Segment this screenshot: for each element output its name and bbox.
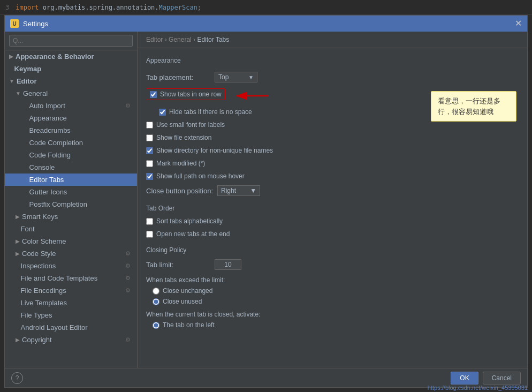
- expand-arrow: [9, 66, 12, 72]
- show-tabs-one-row-row: Show tabs in one row: [146, 88, 225, 100]
- dialog-body: ▶ Appearance & Behavior Keymap ▼ Editor …: [5, 32, 527, 368]
- ok-button[interactable]: OK: [451, 372, 478, 385]
- close-unchanged-row: Close unchanged: [146, 287, 519, 295]
- show-file-ext-checkbox[interactable]: [146, 134, 153, 141]
- search-input[interactable]: [9, 35, 133, 47]
- sidebar-item-appearance[interactable]: Appearance: [5, 112, 137, 124]
- sidebar-item-label: Breadcrumbs: [29, 126, 71, 134]
- expand-arrow: [16, 288, 19, 293]
- sidebar-item-label: Postfix Completion: [29, 200, 87, 208]
- show-tabs-one-row-label: Show tabs in one row: [160, 91, 222, 98]
- tab-limit-input[interactable]: 10: [215, 259, 241, 270]
- sidebar-item-copyright[interactable]: ▶ Copyright ⚙: [5, 334, 137, 346]
- tab-left-row: The tab on the left: [146, 321, 519, 329]
- sidebar-item-label: Keymap: [14, 65, 42, 73]
- search-box[interactable]: [5, 32, 137, 50]
- hide-tabs-no-space-checkbox[interactable]: [159, 109, 166, 116]
- sidebar-item-keymap[interactable]: Keymap: [5, 63, 137, 75]
- sidebar-item-label: Font: [21, 225, 35, 233]
- open-new-tabs-end-row: Open new tabs at the end: [146, 229, 519, 239]
- sidebar-item-editor-tabs[interactable]: Editor Tabs: [5, 174, 137, 186]
- sidebar-item-color-scheme[interactable]: ▶ Color Scheme: [5, 235, 137, 247]
- show-directory-row: Show directory for non-unique file names: [146, 146, 519, 155]
- tab-limit-row: Tab limit: 10: [146, 258, 519, 271]
- chevron-down-icon: ▼: [248, 74, 254, 80]
- sidebar-item-smart-keys[interactable]: ▶ Smart Keys: [5, 210, 137, 223]
- expand-arrow: ▶: [16, 214, 20, 220]
- sidebar-item-label: Gutter Icons: [29, 188, 67, 196]
- sidebar-item-label: Android Layout Editor: [21, 323, 88, 331]
- expand-arrow: [24, 201, 27, 207]
- close-button[interactable]: ✕: [515, 19, 522, 28]
- sidebar-item-editor[interactable]: ▼ Editor: [5, 75, 137, 87]
- chevron-down-icon: ▼: [250, 187, 256, 194]
- mark-modified-checkbox[interactable]: [146, 160, 153, 167]
- close-unchanged-radio[interactable]: [153, 288, 159, 295]
- sort-alphabetically-checkbox[interactable]: [146, 218, 153, 225]
- class-name: MapperScan: [159, 4, 197, 11]
- sidebar-item-label: Auto Import: [29, 102, 65, 110]
- sidebar: ▶ Appearance & Behavior Keymap ▼ Editor …: [5, 32, 138, 368]
- settings-dialog: U Settings ✕ ▶ Appearance & Behavior Key…: [4, 15, 528, 388]
- expand-arrow: [16, 325, 19, 330]
- show-tabs-one-row-checkbox[interactable]: [150, 91, 157, 98]
- cancel-button[interactable]: Cancel: [483, 372, 521, 385]
- sidebar-item-font[interactable]: Font: [5, 223, 137, 235]
- sidebar-item-file-code-templates[interactable]: File and Code Templates ⚙: [5, 272, 137, 284]
- tab-placement-dropdown[interactable]: Top ▼: [215, 72, 257, 82]
- tab-placement-value: Top: [218, 73, 229, 81]
- expand-arrow: [16, 300, 19, 306]
- sidebar-item-file-encodings[interactable]: File Encodings ⚙: [5, 284, 137, 297]
- tab-left-radio[interactable]: [153, 322, 159, 329]
- sidebar-item-console[interactable]: Console: [5, 161, 137, 174]
- sidebar-item-live-templates[interactable]: Live Templates: [5, 297, 137, 309]
- sidebar-item-code-style[interactable]: ▶ Code Style ⚙: [5, 247, 137, 260]
- main-content: Editor › General › Editor Tabs Appearanc…: [138, 32, 527, 368]
- show-file-ext-row: Show file extension: [146, 133, 519, 142]
- watermark: https://blog.csdn.net/weixin_45395031: [428, 385, 528, 391]
- sidebar-item-code-completion[interactable]: Code Completion: [5, 137, 137, 149]
- tabs-exceed-label: When tabs exceed the limit:: [146, 276, 519, 284]
- show-full-path-checkbox[interactable]: [146, 173, 153, 180]
- open-new-tabs-end-checkbox[interactable]: [146, 231, 153, 238]
- small-font-checkbox[interactable]: [146, 122, 153, 129]
- sidebar-item-auto-import[interactable]: Auto Import ⚙: [5, 100, 137, 112]
- title-bar: U Settings ✕: [5, 16, 527, 32]
- close-unused-radio[interactable]: [153, 298, 159, 305]
- sidebar-item-label: Editor Tabs: [29, 176, 64, 184]
- sidebar-item-breadcrumbs[interactable]: Breadcrumbs: [5, 124, 137, 137]
- gear-icon: ⚙: [125, 102, 133, 110]
- sidebar-item-label: Smart Keys: [22, 213, 58, 221]
- semicolon: ;: [197, 4, 201, 11]
- sidebar-item-label: Live Templates: [21, 299, 67, 307]
- breadcrumb: Editor › General › Editor Tabs: [138, 32, 527, 48]
- help-button[interactable]: ?: [11, 372, 23, 384]
- current-tab-closed-label: When the current tab is closed, activate…: [146, 311, 519, 318]
- expand-arrow: ▼: [9, 78, 14, 84]
- sidebar-item-inspections[interactable]: Inspections ⚙: [5, 260, 137, 272]
- sidebar-item-label: File Encodings: [21, 287, 66, 295]
- sidebar-item-code-folding[interactable]: Code Folding: [5, 149, 137, 161]
- sidebar-item-label: Inspections: [21, 262, 56, 270]
- sidebar-item-postfix-completion[interactable]: Postfix Completion: [5, 198, 137, 210]
- tab-order-title: Tab Order: [146, 205, 519, 212]
- sidebar-item-general[interactable]: ▼ General: [5, 87, 137, 100]
- sidebar-item-label: Appearance & Behavior: [16, 52, 94, 61]
- breadcrumb-general: General: [169, 36, 192, 43]
- sidebar-item-file-types[interactable]: File Types: [5, 309, 137, 321]
- close-button-position-dropdown[interactable]: Right ▼: [217, 185, 260, 196]
- expand-arrow: ▼: [16, 91, 21, 96]
- sidebar-item-appearance-behavior[interactable]: ▶ Appearance & Behavior: [5, 50, 137, 63]
- show-directory-checkbox[interactable]: [146, 147, 153, 154]
- settings-panel: Appearance Tab placement: Top ▼ Show tab…: [138, 48, 527, 368]
- sidebar-item-android-layout[interactable]: Android Layout Editor: [5, 321, 137, 334]
- expand-arrow: [24, 152, 27, 158]
- show-file-ext-label: Show file extension: [156, 134, 211, 141]
- expand-arrow: [16, 226, 19, 232]
- expand-arrow: [24, 127, 27, 133]
- close-button-position-label: Close button position:: [146, 187, 213, 195]
- sidebar-item-gutter-icons[interactable]: Gutter Icons: [5, 186, 137, 198]
- gear-icon: ⚙: [125, 262, 133, 270]
- sidebar-item-label: Code Folding: [29, 151, 71, 159]
- small-font-label: Use small font for labels: [156, 121, 225, 129]
